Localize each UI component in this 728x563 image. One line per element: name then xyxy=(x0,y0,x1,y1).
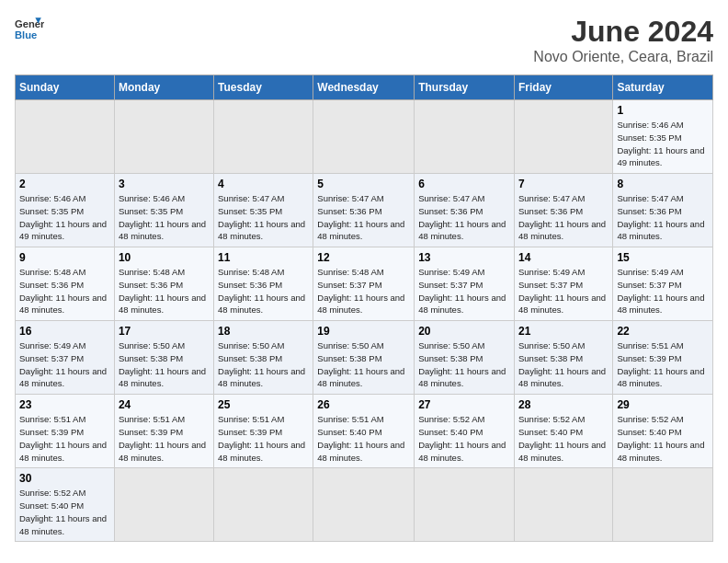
day-number: 1 xyxy=(617,104,709,117)
calendar-cell xyxy=(16,100,115,174)
day-info: Sunrise: 5:48 AM Sunset: 5:36 PM Dayligh… xyxy=(218,266,309,316)
day-info: Sunrise: 5:51 AM Sunset: 5:39 PM Dayligh… xyxy=(617,339,709,390)
calendar-cell: 14Sunrise: 5:49 AM Sunset: 5:37 PM Dayli… xyxy=(514,247,612,321)
day-info: Sunrise: 5:50 AM Sunset: 5:38 PM Dayligh… xyxy=(518,339,609,390)
calendar-cell: 15Sunrise: 5:49 AM Sunset: 5:37 PM Dayli… xyxy=(613,247,713,321)
calendar-cell: 2Sunrise: 5:46 AM Sunset: 5:35 PM Daylig… xyxy=(16,174,115,247)
page-title: June 2024 xyxy=(533,15,713,49)
day-number: 27 xyxy=(418,398,510,411)
calendar-cell: 5Sunrise: 5:47 AM Sunset: 5:36 PM Daylig… xyxy=(313,174,415,247)
calendar-cell xyxy=(313,100,415,174)
col-header-sunday: Sunday xyxy=(16,75,115,100)
day-info: Sunrise: 5:50 AM Sunset: 5:38 PM Dayligh… xyxy=(317,339,410,390)
col-header-monday: Monday xyxy=(114,75,213,100)
calendar-cell xyxy=(114,100,213,174)
calendar-cell: 10Sunrise: 5:48 AM Sunset: 5:36 PM Dayli… xyxy=(114,247,213,321)
day-number: 16 xyxy=(19,325,110,338)
calendar-cell: 1Sunrise: 5:46 AM Sunset: 5:35 PM Daylig… xyxy=(613,100,713,174)
calendar-cell: 30Sunrise: 5:52 AM Sunset: 5:40 PM Dayli… xyxy=(16,468,115,542)
day-info: Sunrise: 5:51 AM Sunset: 5:39 PM Dayligh… xyxy=(19,413,110,464)
day-info: Sunrise: 5:52 AM Sunset: 5:40 PM Dayligh… xyxy=(518,413,609,464)
calendar-cell: 7Sunrise: 5:47 AM Sunset: 5:36 PM Daylig… xyxy=(514,174,612,247)
col-header-thursday: Thursday xyxy=(415,75,515,100)
generalblue-icon: General Blue xyxy=(15,15,44,44)
day-number: 20 xyxy=(418,325,510,338)
day-info: Sunrise: 5:48 AM Sunset: 5:36 PM Dayligh… xyxy=(119,266,210,316)
calendar-cell: 12Sunrise: 5:48 AM Sunset: 5:37 PM Dayli… xyxy=(313,247,415,321)
calendar-cell: 3Sunrise: 5:46 AM Sunset: 5:35 PM Daylig… xyxy=(114,174,213,247)
day-number: 24 xyxy=(119,398,210,411)
day-number: 12 xyxy=(317,251,410,264)
day-info: Sunrise: 5:48 AM Sunset: 5:36 PM Dayligh… xyxy=(19,266,110,316)
day-number: 22 xyxy=(617,325,709,338)
day-info: Sunrise: 5:51 AM Sunset: 5:40 PM Dayligh… xyxy=(317,413,410,464)
page-subtitle: Novo Oriente, Ceara, Brazil xyxy=(533,49,713,65)
calendar-cell: 16Sunrise: 5:49 AM Sunset: 5:37 PM Dayli… xyxy=(16,321,115,395)
day-info: Sunrise: 5:50 AM Sunset: 5:38 PM Dayligh… xyxy=(119,339,210,390)
day-info: Sunrise: 5:47 AM Sunset: 5:36 PM Dayligh… xyxy=(518,192,609,243)
calendar-cell: 29Sunrise: 5:52 AM Sunset: 5:40 PM Dayli… xyxy=(613,395,713,468)
calendar-cell: 9Sunrise: 5:48 AM Sunset: 5:36 PM Daylig… xyxy=(16,247,115,321)
day-number: 4 xyxy=(218,178,309,190)
calendar-cell: 21Sunrise: 5:50 AM Sunset: 5:38 PM Dayli… xyxy=(514,321,612,395)
day-number: 19 xyxy=(317,325,410,338)
calendar-cell xyxy=(214,468,313,542)
day-number: 15 xyxy=(617,251,709,264)
day-number: 6 xyxy=(418,178,510,190)
calendar-cell: 19Sunrise: 5:50 AM Sunset: 5:38 PM Dayli… xyxy=(313,321,415,395)
day-number: 28 xyxy=(518,398,609,411)
calendar-cell: 23Sunrise: 5:51 AM Sunset: 5:39 PM Dayli… xyxy=(16,395,115,468)
calendar-cell: 24Sunrise: 5:51 AM Sunset: 5:39 PM Dayli… xyxy=(114,395,213,468)
col-header-saturday: Saturday xyxy=(613,75,713,100)
day-info: Sunrise: 5:50 AM Sunset: 5:38 PM Dayligh… xyxy=(218,339,309,390)
week-row-2: 2Sunrise: 5:46 AM Sunset: 5:35 PM Daylig… xyxy=(16,174,713,247)
day-info: Sunrise: 5:49 AM Sunset: 5:37 PM Dayligh… xyxy=(518,266,609,316)
calendar-cell: 4Sunrise: 5:47 AM Sunset: 5:35 PM Daylig… xyxy=(214,174,313,247)
logo: General Blue xyxy=(15,15,44,44)
week-row-1: 1Sunrise: 5:46 AM Sunset: 5:35 PM Daylig… xyxy=(16,100,713,174)
day-info: Sunrise: 5:49 AM Sunset: 5:37 PM Dayligh… xyxy=(617,266,709,316)
day-number: 11 xyxy=(218,251,309,264)
day-info: Sunrise: 5:49 AM Sunset: 5:37 PM Dayligh… xyxy=(19,339,110,390)
day-number: 2 xyxy=(19,178,110,190)
week-row-3: 9Sunrise: 5:48 AM Sunset: 5:36 PM Daylig… xyxy=(16,247,713,321)
day-number: 14 xyxy=(518,251,609,264)
calendar-cell: 6Sunrise: 5:47 AM Sunset: 5:36 PM Daylig… xyxy=(415,174,515,247)
calendar-cell xyxy=(313,468,415,542)
day-info: Sunrise: 5:46 AM Sunset: 5:35 PM Dayligh… xyxy=(119,192,210,243)
calendar-cell xyxy=(415,100,515,174)
day-info: Sunrise: 5:50 AM Sunset: 5:38 PM Dayligh… xyxy=(418,339,510,390)
calendar-cell: 20Sunrise: 5:50 AM Sunset: 5:38 PM Dayli… xyxy=(415,321,515,395)
day-number: 7 xyxy=(518,178,609,190)
calendar-cell: 13Sunrise: 5:49 AM Sunset: 5:37 PM Dayli… xyxy=(415,247,515,321)
day-info: Sunrise: 5:46 AM Sunset: 5:35 PM Dayligh… xyxy=(19,192,110,243)
header-row: SundayMondayTuesdayWednesdayThursdayFrid… xyxy=(16,75,713,100)
day-number: 29 xyxy=(617,398,709,411)
day-number: 17 xyxy=(119,325,210,338)
calendar-cell xyxy=(415,468,515,542)
calendar-cell: 18Sunrise: 5:50 AM Sunset: 5:38 PM Dayli… xyxy=(214,321,313,395)
title-area: June 2024 Novo Oriente, Ceara, Brazil xyxy=(533,15,713,65)
calendar-cell: 17Sunrise: 5:50 AM Sunset: 5:38 PM Dayli… xyxy=(114,321,213,395)
header: General Blue June 2024 Novo Oriente, Cea… xyxy=(15,15,713,65)
calendar-cell: 28Sunrise: 5:52 AM Sunset: 5:40 PM Dayli… xyxy=(514,395,612,468)
day-info: Sunrise: 5:47 AM Sunset: 5:36 PM Dayligh… xyxy=(617,192,709,243)
day-number: 26 xyxy=(317,398,410,411)
svg-text:Blue: Blue xyxy=(15,29,37,40)
day-info: Sunrise: 5:51 AM Sunset: 5:39 PM Dayligh… xyxy=(119,413,210,464)
calendar-cell xyxy=(514,468,612,542)
week-row-4: 16Sunrise: 5:49 AM Sunset: 5:37 PM Dayli… xyxy=(16,321,713,395)
day-info: Sunrise: 5:52 AM Sunset: 5:40 PM Dayligh… xyxy=(617,413,709,464)
calendar-cell xyxy=(613,468,713,542)
day-info: Sunrise: 5:49 AM Sunset: 5:37 PM Dayligh… xyxy=(418,266,510,316)
day-info: Sunrise: 5:46 AM Sunset: 5:35 PM Dayligh… xyxy=(617,119,709,169)
day-number: 25 xyxy=(218,398,309,411)
calendar-table: SundayMondayTuesdayWednesdayThursdayFrid… xyxy=(15,75,713,542)
day-info: Sunrise: 5:48 AM Sunset: 5:37 PM Dayligh… xyxy=(317,266,410,316)
calendar-cell xyxy=(514,100,612,174)
day-info: Sunrise: 5:52 AM Sunset: 5:40 PM Dayligh… xyxy=(19,487,110,537)
week-row-6: 30Sunrise: 5:52 AM Sunset: 5:40 PM Dayli… xyxy=(16,468,713,542)
day-number: 8 xyxy=(617,178,709,190)
day-info: Sunrise: 5:52 AM Sunset: 5:40 PM Dayligh… xyxy=(418,413,510,464)
col-header-tuesday: Tuesday xyxy=(214,75,313,100)
